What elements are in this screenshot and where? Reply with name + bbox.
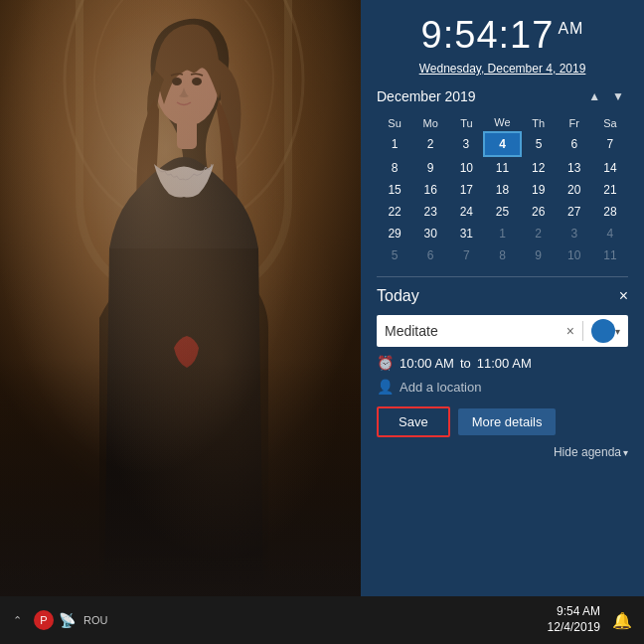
event-color-dropdown-button[interactable]: ▾ <box>615 326 620 337</box>
calendar-body: 1234567891011121314151617181920212223242… <box>377 132 628 266</box>
calendar-day-5-3[interactable]: 8 <box>484 244 520 266</box>
event-name-input[interactable] <box>385 323 563 339</box>
calendar-day-2-3[interactable]: 18 <box>484 179 520 201</box>
close-event-button[interactable]: × <box>619 288 628 304</box>
calendar-day-0-4[interactable]: 5 <box>521 132 557 156</box>
add-location-text[interactable]: Add a location <box>400 380 481 395</box>
notification-icon: 🔔 <box>612 611 632 630</box>
calendar-day-0-6[interactable]: 7 <box>592 132 628 156</box>
notification-button[interactable]: 🔔 <box>608 606 636 634</box>
svg-rect-1 <box>0 0 368 596</box>
language-indicator[interactable]: ROU <box>80 614 111 626</box>
calendar-day-4-4[interactable]: 2 <box>521 223 557 244</box>
full-date[interactable]: Wednesday, December 4, 2019 <box>377 62 628 76</box>
event-name-row: × ▾ <box>377 315 628 347</box>
time-digits: 9:54:17 <box>421 14 555 56</box>
calendar-day-4-5[interactable]: 3 <box>557 223 592 244</box>
calendar-day-2-0[interactable]: 15 <box>377 179 412 201</box>
calendar-day-4-3[interactable]: 1 <box>484 223 520 244</box>
calendar-day-1-5[interactable]: 13 <box>557 156 592 179</box>
calendar-day-0-2[interactable]: 3 <box>448 132 484 156</box>
calendar-day-3-1[interactable]: 23 <box>412 201 448 223</box>
time-ampm: AM <box>558 20 583 37</box>
taskbar-time-text: 9:54 AM <box>557 604 600 620</box>
calendar-day-5-5[interactable]: 10 <box>557 244 592 266</box>
calendar-header: December 2019 ▲ ▼ <box>377 87 628 105</box>
calendar-day-4-0[interactable]: 29 <box>377 223 412 244</box>
calendar-day-5-1[interactable]: 6 <box>412 244 448 266</box>
calendar-day-2-2[interactable]: 17 <box>448 179 484 201</box>
svg-point-2 <box>65 0 303 229</box>
calendar-day-3-4[interactable]: 26 <box>521 201 557 223</box>
chevron-up-icon[interactable]: ⌃ <box>8 611 26 629</box>
calendar-day-0-5[interactable]: 6 <box>557 132 592 156</box>
clear-event-name-button[interactable]: × <box>563 323 578 339</box>
weekday-we: We <box>484 113 520 132</box>
calendar-panel: 9:54:17AM Wednesday, December 4, 2019 De… <box>361 0 644 596</box>
start-time-link[interactable]: 10:00 AM <box>400 356 454 371</box>
calendar-prev-btn[interactable]: ▲ <box>584 87 604 105</box>
calendar-day-5-2[interactable]: 7 <box>448 244 484 266</box>
calendar-week-4: 2930311234 <box>377 223 628 244</box>
calendar-day-2-1[interactable]: 16 <box>412 179 448 201</box>
calendar-day-1-0[interactable]: 8 <box>377 156 412 179</box>
calendar-day-3-0[interactable]: 22 <box>377 201 412 223</box>
weekday-th: Th <box>521 113 557 132</box>
clock-time: 9:54:17AM <box>377 16 628 54</box>
calendar-day-3-3[interactable]: 25 <box>484 201 520 223</box>
calendar-day-1-4[interactable]: 12 <box>521 156 557 179</box>
hide-agenda-chevron: ▾ <box>623 447 628 458</box>
calendar-day-4-6[interactable]: 4 <box>592 223 628 244</box>
calendar-day-1-2[interactable]: 10 <box>448 156 484 179</box>
taskbar: ⌃ P 📡 ROU 9:54 AM 12/4/2019 🔔 <box>0 596 644 644</box>
save-button[interactable]: Save <box>377 406 450 437</box>
month-year-label: December 2019 <box>377 88 476 104</box>
calendar-day-3-5[interactable]: 27 <box>557 201 592 223</box>
more-details-button[interactable]: More details <box>458 408 557 435</box>
background-photo <box>0 0 368 596</box>
weekday-mo: Mo <box>412 113 448 132</box>
svg-rect-7 <box>177 119 197 149</box>
calendar-day-2-5[interactable]: 20 <box>557 179 592 201</box>
calendar-day-4-2[interactable]: 31 <box>448 223 484 244</box>
svg-rect-0 <box>0 0 368 596</box>
weekday-su: Su <box>377 113 412 132</box>
taskbar-clock[interactable]: 9:54 AM 12/4/2019 <box>540 604 608 635</box>
end-time-link[interactable]: 11:00 AM <box>477 356 532 371</box>
taskbar-left: ⌃ P 📡 ROU <box>0 610 540 630</box>
calendar-day-5-0[interactable]: 5 <box>377 244 412 266</box>
hide-agenda-row[interactable]: Hide agenda ▾ <box>377 445 628 459</box>
calendar-day-2-4[interactable]: 19 <box>521 179 557 201</box>
calendar-next-btn[interactable]: ▼ <box>608 87 628 105</box>
taskbar-date-text: 12/4/2019 <box>548 620 600 636</box>
clock-icon: ⏰ <box>377 355 394 371</box>
svg-point-4 <box>155 43 219 126</box>
calendar-week-1: 891011121314 <box>377 156 628 179</box>
calendar-day-1-3[interactable]: 11 <box>484 156 520 179</box>
calendar-day-0-0[interactable]: 1 <box>377 132 412 156</box>
calendar-day-3-6[interactable]: 28 <box>592 201 628 223</box>
calendar-day-5-6[interactable]: 11 <box>592 244 628 266</box>
calendar-day-4-1[interactable]: 30 <box>412 223 448 244</box>
calendar-day-5-4[interactable]: 9 <box>521 244 557 266</box>
calendar-day-1-6[interactable]: 14 <box>592 156 628 179</box>
calendar-day-0-3[interactable]: 4 <box>484 132 520 156</box>
event-color-button[interactable] <box>591 319 615 343</box>
calendar-day-1-1[interactable]: 9 <box>412 156 448 179</box>
weekday-fr: Fr <box>557 113 592 132</box>
calendar-day-3-2[interactable]: 24 <box>448 201 484 223</box>
event-header: Today × <box>377 287 628 305</box>
to-label: to <box>460 356 471 371</box>
network-icon[interactable]: 📡 <box>58 611 76 629</box>
hide-agenda-label: Hide agenda <box>554 445 621 459</box>
event-actions: Save More details <box>377 406 628 437</box>
calendar-weekday-header-row: Su Mo Tu We Th Fr Sa <box>377 113 628 132</box>
calendar-day-0-1[interactable]: 2 <box>412 132 448 156</box>
input-divider <box>582 321 583 341</box>
event-location-row: 👤 Add a location <box>377 379 628 395</box>
calendar-nav: ▲ ▼ <box>584 87 628 105</box>
calendar-day-2-6[interactable]: 21 <box>592 179 628 201</box>
tray-app-icon-p[interactable]: P <box>34 610 54 630</box>
time-display: 9:54:17AM <box>377 16 628 54</box>
system-tray-left: ⌃ <box>8 611 26 629</box>
